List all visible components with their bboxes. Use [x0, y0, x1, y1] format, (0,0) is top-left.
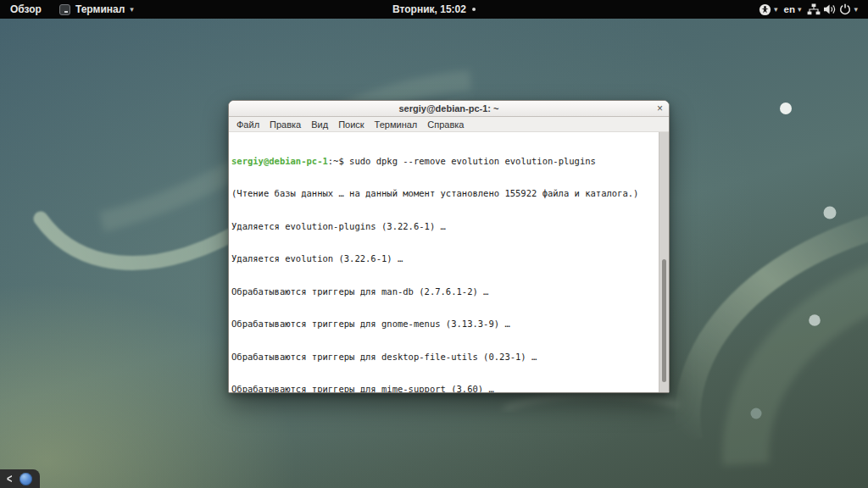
volume-icon [823, 3, 837, 15]
clock-button[interactable]: Вторник, 15:02 [392, 0, 476, 19]
menu-view[interactable]: Вид [306, 119, 333, 130]
accessibility-icon [759, 3, 771, 16]
chevron-down-icon: ▾ [130, 6, 134, 14]
terminal-line: Удаляется evolution (3.22.6-1) … [231, 253, 655, 264]
chevron-down-icon: ▾ [774, 6, 778, 14]
tray-expand-chevron-icon[interactable]: < [7, 473, 12, 485]
app-menu-terminal[interactable]: Терминал ▾ [52, 0, 142, 19]
wallpaper-dot [824, 207, 837, 219]
activities-label: Обзор [10, 3, 42, 15]
scrollbar-track[interactable] [659, 132, 669, 392]
system-menu[interactable]: ▾ [807, 0, 858, 19]
app-menu-label: Терминал [75, 3, 125, 15]
swirl-right-echo [746, 280, 868, 464]
menu-bar: Файл Правка Вид Поиск Терминал Справка [229, 117, 669, 132]
notification-dot-icon [472, 8, 476, 11]
keyboard-layout-label: en [784, 4, 795, 14]
scrollbar-thumb[interactable] [662, 259, 666, 381]
wallpaper-dot [809, 314, 821, 326]
tray-blue-app-icon[interactable] [19, 473, 32, 485]
keyboard-layout-menu[interactable]: en ▾ [784, 0, 802, 19]
close-button[interactable]: × [657, 101, 663, 116]
terminal-output-area[interactable]: sergiy@debian-pc-1:~$ sudo dpkg --remove… [229, 132, 669, 392]
chevron-down-icon: ▾ [854, 6, 858, 14]
message-tray: < [0, 469, 40, 488]
terminal-line: Обрабатываются триггеры для man-db (2.7.… [231, 286, 655, 297]
status-area: ▾ en ▾ ▾ [759, 0, 868, 19]
menu-terminal[interactable]: Терминал [370, 119, 423, 130]
power-icon [839, 3, 851, 15]
window-title: sergiy@debian-pc-1: ~ [398, 103, 498, 114]
wallpaper-dot [751, 408, 762, 419]
accessibility-menu[interactable]: ▾ [759, 0, 778, 19]
terminal-line: Обрабатываются триггеры для mime-support… [231, 384, 655, 392]
terminal-app-icon [59, 4, 70, 15]
menu-file[interactable]: Файл [231, 119, 264, 130]
chevron-down-icon: ▾ [798, 6, 802, 14]
wallpaper-dot [780, 103, 792, 114]
top-bar: Обзор Терминал ▾ Вторник, 15:02 ▾ en ▾ [0, 0, 868, 19]
terminal-window: sergiy@debian-pc-1: ~ × Файл Правка Вид … [228, 100, 670, 393]
terminal-line: (Чтение базы данных … на данный момент у… [231, 188, 655, 199]
terminal-line: Обрабатываются триггеры для gnome-menus … [231, 319, 655, 330]
window-titlebar[interactable]: sergiy@debian-pc-1: ~ × [229, 101, 669, 117]
wired-network-icon [807, 3, 821, 15]
activities-button[interactable]: Обзор [0, 0, 52, 19]
terminal-line: sergiy@debian-pc-1:~$ sudo dpkg --remove… [231, 156, 655, 167]
menu-help[interactable]: Справка [422, 119, 469, 130]
swirl-bottom-faint-arc [504, 395, 678, 408]
clock-label: Вторник, 15:02 [392, 3, 466, 15]
menu-edit[interactable]: Правка [264, 119, 306, 130]
terminal-line: Удаляется evolution-plugins (3.22.6-1) … [231, 221, 655, 232]
terminal-line: Обрабатываются триггеры для desktop-file… [231, 352, 655, 363]
menu-search[interactable]: Поиск [333, 119, 369, 130]
